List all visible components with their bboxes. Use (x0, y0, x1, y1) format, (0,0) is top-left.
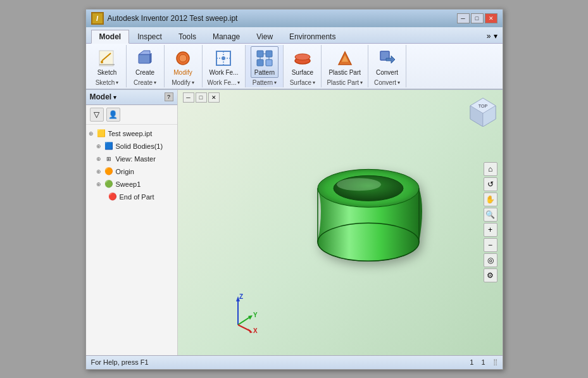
file-icon: 🟨 (96, 129, 106, 139)
tree-item[interactable]: ⊕ 🟠 Origin (86, 165, 177, 178)
sketch-button[interactable]: Sketch (93, 46, 121, 78)
tree-expand-icon[interactable]: ⊕ (96, 156, 104, 162)
tree-item[interactable]: ⊕ ⊞ View: Master (86, 153, 177, 165)
tree-item[interactable]: ⊕ 🟢 Sweep1 (86, 178, 177, 191)
close-button[interactable]: ✕ (485, 13, 497, 23)
surface-button[interactable]: Surface (289, 46, 316, 78)
workfe-arrow[interactable]: ▾ (237, 80, 240, 85)
modify-group-label: Modify ▾ (168, 79, 198, 86)
modify-arrow[interactable]: ▾ (192, 80, 194, 85)
ribbon-toolbar: Sketch Sketch ▾ Cre (86, 44, 503, 90)
view-cube[interactable]: TOP (467, 95, 495, 123)
look-at-button[interactable]: ◎ (484, 253, 497, 267)
viewport-minimize-btn[interactable]: ─ (183, 92, 194, 103)
tree-expand-icon[interactable]: ⊕ (89, 130, 96, 137)
pattern-arrow[interactable]: ▾ (274, 80, 277, 85)
viewport-close-btn[interactable]: ✕ (208, 92, 220, 103)
sketch-arrow[interactable]: ▾ (116, 80, 118, 85)
tree-expand-icon[interactable]: ⊕ (96, 143, 104, 149)
plastic-part-button[interactable]: Plastic Part (325, 46, 364, 78)
coord-axes: Z Y X (216, 290, 260, 336)
svg-rect-14 (266, 51, 272, 57)
plastic-part-arrow[interactable]: ▾ (360, 80, 363, 85)
group-workfe: Work Fe... Work Fe... ▾ (203, 45, 246, 87)
model-tree: ⊕ 🟨 Test sweep.ipt ⊕ 🟦 Solid Bodies(1) ⊕… (86, 125, 177, 355)
tree-item[interactable]: ⊕ 🟨 Test sweep.ipt (86, 127, 177, 140)
tree-expand-icon[interactable]: ⊕ (96, 181, 104, 187)
svg-text:TOP: TOP (478, 104, 487, 108)
filter-button[interactable]: ▽ (90, 108, 104, 122)
tree-item[interactable]: ⊕ 🔴 End of Part (86, 191, 177, 203)
group-modify: Modify Modify ▾ (165, 45, 203, 87)
panel-help-button[interactable]: ? (165, 92, 173, 101)
group-create: Create Create ▾ (127, 45, 165, 87)
svg-marker-5 (139, 51, 150, 54)
title-bar-buttons: ─ □ ✕ (457, 13, 497, 23)
zoom-home-button[interactable]: ⌂ (484, 162, 497, 176)
create-label: Create (135, 69, 154, 76)
ribbon-extra: » ▾ (487, 32, 497, 43)
viewport-controls: ⌂ ↺ ✋ 🔍 + − ◎ ⚙ (484, 162, 497, 282)
zoom-button[interactable]: 🔍 (484, 208, 497, 222)
tab-inspect[interactable]: Inspect (129, 30, 170, 43)
svg-point-33 (337, 178, 381, 191)
workfe-group-label: Work Fe... ▾ (206, 79, 242, 86)
convert-arrow[interactable]: ▾ (397, 80, 400, 85)
tab-tools[interactable]: Tools (170, 30, 204, 43)
workfe-button[interactable]: Work Fe... (206, 46, 242, 78)
tree-item-label: Origin (116, 168, 134, 175)
viewport-maximize-btn[interactable]: □ (196, 92, 207, 103)
status-resize-icon[interactable]: ⣿ (493, 358, 497, 366)
svg-rect-0 (99, 51, 113, 66)
zoom-out-button[interactable]: − (484, 238, 497, 252)
tab-model[interactable]: Model (91, 30, 130, 44)
tree-expand-icon[interactable]: ⊕ (96, 168, 104, 175)
group-plastic-part: Plastic Part Plastic Part ▾ (322, 45, 368, 87)
group-sketch: Sketch Sketch ▾ (89, 45, 127, 87)
create-group-label: Create ▾ (130, 79, 160, 86)
modify-icon (173, 48, 193, 68)
pattern-button[interactable]: Pattern (251, 46, 278, 78)
sketch-label: Sketch (97, 69, 117, 76)
modify-label: Modify (173, 69, 192, 76)
tab-environments[interactable]: Environments (281, 30, 344, 43)
viewport[interactable]: ─ □ ✕ TOP (178, 90, 503, 355)
sketch-icon (97, 48, 117, 68)
origin-icon: 🟠 (104, 167, 114, 177)
surface-arrow[interactable]: ▾ (313, 80, 315, 85)
panel-sidebar: Model ▾ ? ▽ 👤 ⊕ 🟨 Test sweep.ipt (86, 90, 178, 355)
tree-item[interactable]: ⊕ 🟦 Solid Bodies(1) (86, 140, 177, 153)
window-title: Autodesk Inventor 2012 Test sweep.ipt (108, 14, 238, 23)
end-icon: 🔴 (108, 192, 118, 202)
convert-label: Convert (376, 69, 398, 76)
svg-rect-4 (139, 54, 150, 63)
rotate-button[interactable]: ↺ (484, 177, 497, 191)
convert-button[interactable]: Convert (373, 46, 401, 78)
svg-text:Z: Z (239, 293, 243, 300)
tree-item-label: End of Part (120, 193, 154, 201)
svg-point-8 (179, 54, 187, 62)
status-help-text: For Help, press F1 (91, 358, 149, 366)
surface-label: Surface (292, 69, 313, 76)
tab-view[interactable]: View (248, 30, 281, 43)
ribbon-more-icon[interactable]: » (487, 32, 491, 41)
maximize-button[interactable]: □ (471, 13, 484, 23)
pattern-label: Pattern (254, 69, 275, 76)
tab-manage[interactable]: Manage (204, 30, 248, 43)
svg-point-12 (222, 56, 225, 60)
create-button[interactable]: Create (131, 46, 159, 78)
zoom-in-button[interactable]: + (484, 223, 497, 237)
user-filter-button[interactable]: 👤 (106, 108, 120, 122)
content-area: Model ▾ ? ▽ 👤 ⊕ 🟨 Test sweep.ipt (86, 90, 503, 355)
svg-marker-6 (150, 53, 151, 63)
panel-arrow[interactable]: ▾ (113, 94, 116, 101)
modify-button[interactable]: Modify (169, 46, 197, 78)
settings-button[interactable]: ⚙ (484, 268, 497, 282)
sweep-icon: 🟢 (104, 179, 114, 189)
pan-button[interactable]: ✋ (484, 192, 497, 206)
ribbon-dropdown-icon[interactable]: ▾ (494, 32, 497, 41)
create-arrow[interactable]: ▾ (154, 80, 156, 85)
minimize-button[interactable]: ─ (457, 13, 470, 23)
svg-rect-15 (257, 60, 263, 66)
title-bar-left: I Autodesk Inventor 2012 Test sweep.ipt (91, 12, 238, 25)
